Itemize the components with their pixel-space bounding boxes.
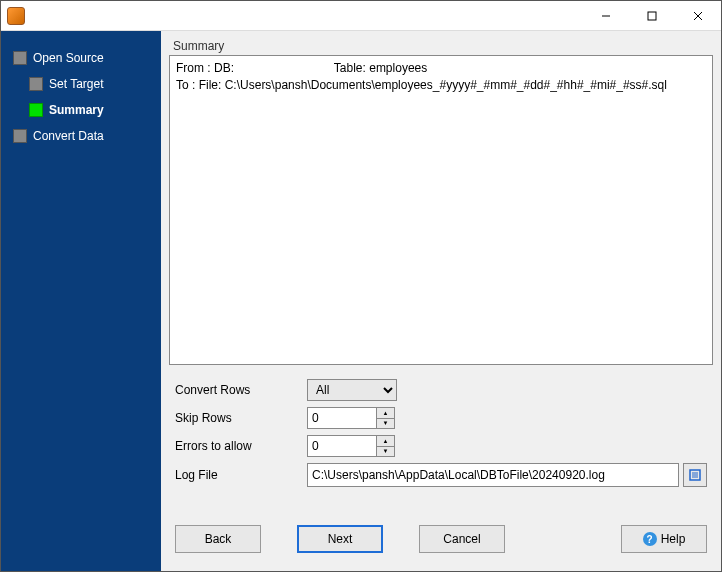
spinner-arrows[interactable]: ▲ ▼ — [377, 407, 395, 429]
step-box-icon — [13, 129, 27, 143]
log-file-input[interactable] — [307, 463, 679, 487]
skip-rows-input[interactable] — [307, 407, 377, 429]
sidebar-item-label: Open Source — [33, 51, 104, 65]
sidebar-item-convert-data[interactable]: Convert Data — [1, 123, 161, 149]
back-button[interactable]: Back — [175, 525, 261, 553]
browse-icon — [688, 468, 702, 482]
step-box-icon — [29, 77, 43, 91]
sidebar-item-open-source[interactable]: Open Source — [1, 45, 161, 71]
options-grid: Convert Rows All Skip Rows ▲ ▼ Errors to… — [169, 375, 713, 491]
close-icon — [693, 11, 703, 21]
next-button[interactable]: Next — [297, 525, 383, 553]
cancel-button[interactable]: Cancel — [419, 525, 505, 553]
chevron-down-icon[interactable]: ▼ — [377, 447, 394, 457]
errors-label: Errors to allow — [175, 439, 295, 453]
sidebar-item-summary[interactable]: Summary — [1, 97, 161, 123]
maximize-button[interactable] — [629, 1, 675, 31]
chevron-up-icon[interactable]: ▲ — [377, 408, 394, 419]
help-icon: ? — [643, 532, 657, 546]
svg-rect-1 — [648, 12, 656, 20]
step-box-icon — [13, 51, 27, 65]
skip-rows-label: Skip Rows — [175, 411, 295, 425]
app-icon — [7, 7, 25, 25]
spinner-arrows[interactable]: ▲ ▼ — [377, 435, 395, 457]
minimize-icon — [601, 11, 611, 21]
button-bar: Back Next Cancel ? Help — [169, 511, 713, 563]
sidebar: Open Source Set Target Summary Convert D… — [1, 31, 161, 571]
window-controls — [583, 1, 721, 31]
convert-rows-label: Convert Rows — [175, 383, 295, 397]
main-panel: Summary From : DB: Table: employees To :… — [161, 31, 721, 571]
maximize-icon — [647, 11, 657, 21]
close-button[interactable] — [675, 1, 721, 31]
log-file-label: Log File — [175, 468, 295, 482]
errors-input[interactable] — [307, 435, 377, 457]
chevron-up-icon[interactable]: ▲ — [377, 436, 394, 447]
sidebar-item-label: Convert Data — [33, 129, 104, 143]
minimize-button[interactable] — [583, 1, 629, 31]
chevron-down-icon[interactable]: ▼ — [377, 419, 394, 429]
sidebar-item-label: Set Target — [49, 77, 103, 91]
summary-heading: Summary — [169, 39, 713, 53]
convert-rows-select[interactable]: All — [307, 379, 397, 401]
browse-log-button[interactable] — [683, 463, 707, 487]
step-box-icon — [29, 103, 43, 117]
summary-text-box: From : DB: Table: employees To : File: C… — [169, 55, 713, 365]
sidebar-item-set-target[interactable]: Set Target — [1, 71, 161, 97]
sidebar-item-label: Summary — [49, 103, 104, 117]
help-button[interactable]: ? Help — [621, 525, 707, 553]
titlebar — [1, 1, 721, 31]
